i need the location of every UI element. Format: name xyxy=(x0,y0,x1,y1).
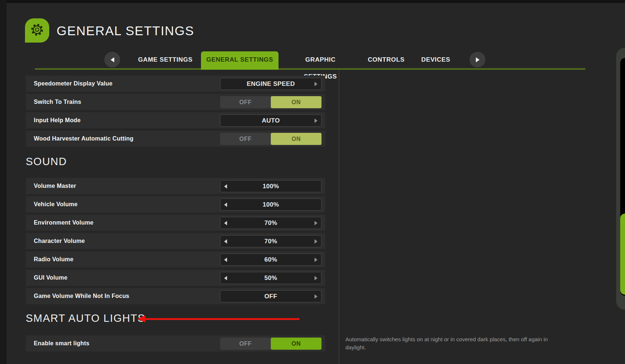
setting-label: Vehicle Volume xyxy=(34,201,78,208)
toggle-off-button[interactable]: OFF xyxy=(220,133,271,145)
game-volume-not-in-focus-select[interactable]: OFF xyxy=(220,290,322,302)
window-top-border xyxy=(0,0,625,3)
tab-controls[interactable]: CONTROLS xyxy=(364,51,408,68)
select-value: ENGINE SPEED xyxy=(247,80,295,88)
toggle-on-button[interactable]: ON xyxy=(271,133,322,145)
tabs-next-button[interactable] xyxy=(470,52,485,68)
setting-row-environment-volume: Environment Volume 70% xyxy=(26,215,325,231)
speedometer-display-value-select[interactable]: ENGINE SPEED xyxy=(220,78,322,90)
decrease-icon[interactable] xyxy=(224,221,227,225)
tab-game-settings[interactable]: GAME SETTINGS xyxy=(137,51,194,68)
decrease-icon[interactable] xyxy=(224,184,227,189)
setting-label: Enable smart lights xyxy=(34,340,89,347)
input-help-mode-select[interactable]: AUTO xyxy=(220,114,322,127)
setting-row-switch-to-trains: Switch To Trains OFF ON xyxy=(26,94,325,110)
tabs-prev-button[interactable] xyxy=(104,52,120,68)
stepper-value: 100% xyxy=(263,201,279,208)
setting-row-vehicle-volume: Vehicle Volume 100% xyxy=(26,196,325,212)
select-value: AUTO xyxy=(262,117,280,124)
panel-divider xyxy=(339,70,339,364)
increase-icon[interactable] xyxy=(315,239,317,244)
next-option-icon[interactable] xyxy=(315,82,317,86)
decrease-icon[interactable] xyxy=(224,276,227,280)
setting-label: GUI Volume xyxy=(34,274,68,281)
toggle-off-button[interactable]: OFF xyxy=(220,96,271,108)
settings-app-icon xyxy=(25,18,49,43)
increase-icon[interactable] xyxy=(315,276,317,280)
tab-devices[interactable]: DEVICES xyxy=(417,51,454,68)
setting-row-input-help-mode: Input Help Mode AUTO xyxy=(26,112,325,128)
section-header-smart-auto-lights: SMART AUTO LIGHTS xyxy=(26,312,145,324)
stepper-value: 60% xyxy=(265,256,277,263)
setting-label: Game Volume While Not In Focus xyxy=(34,293,129,299)
setting-row-radio-volume: Radio Volume 60% xyxy=(26,251,325,267)
toggle-off-button[interactable]: OFF xyxy=(220,338,271,350)
setting-row-enable-smart-lights: Enable smart lights OFF ON xyxy=(26,335,325,352)
environment-volume-stepper[interactable]: 70% xyxy=(220,217,322,229)
chevron-left-icon xyxy=(111,57,114,62)
stepper-value: 70% xyxy=(265,238,277,245)
switch-to-trains-toggle: OFF ON xyxy=(220,96,322,108)
increase-icon[interactable] xyxy=(315,258,317,262)
setting-label: Switch To Trains xyxy=(34,99,81,105)
setting-label: Speedometer Display Value xyxy=(34,80,112,87)
setting-label: Radio Volume xyxy=(34,256,73,263)
tab-underline-active-segment xyxy=(201,68,279,70)
decrease-icon[interactable] xyxy=(224,203,227,207)
tab-graphic-settings[interactable]: GRAPHIC SETTINGS xyxy=(289,51,352,68)
select-value: OFF xyxy=(265,293,277,300)
stepper-value: 50% xyxy=(265,274,277,282)
setting-label: Wood Harvester Automatic Cutting xyxy=(34,135,133,142)
radio-volume-stepper[interactable]: 60% xyxy=(220,254,322,266)
character-volume-stepper[interactable]: 70% xyxy=(220,235,322,247)
wood-harvester-toggle: OFF ON xyxy=(220,133,322,145)
setting-row-wood-harvester-automatic-cutting: Wood Harvester Automatic Cutting OFF ON xyxy=(26,131,325,147)
stepper-value: 100% xyxy=(263,183,279,190)
setting-description-text: Automatically switches lights on at nigh… xyxy=(345,335,551,352)
setting-label: Volume Master xyxy=(34,183,76,189)
increase-icon[interactable] xyxy=(315,221,317,225)
setting-row-speedometer-display-value: Speedometer Display Value ENGINE SPEED xyxy=(26,76,325,92)
setting-label: Input Help Mode xyxy=(34,117,80,124)
vehicle-volume-stepper[interactable]: 100% xyxy=(220,199,322,211)
volume-master-stepper[interactable]: 100% xyxy=(220,180,322,192)
next-option-icon[interactable] xyxy=(315,119,317,123)
setting-row-character-volume: Character Volume 70% xyxy=(26,233,325,249)
annotation-arrow-line xyxy=(145,318,299,320)
tab-underline xyxy=(35,68,585,70)
setting-label: Environment Volume xyxy=(34,219,93,226)
scrollbar-thumb[interactable] xyxy=(620,214,625,295)
next-option-icon[interactable] xyxy=(315,294,317,299)
setting-row-gui-volume: GUI Volume 50% xyxy=(26,270,325,286)
setting-row-volume-master: Volume Master 100% xyxy=(26,178,325,194)
section-header-sound: SOUND xyxy=(26,156,67,168)
gear-icon xyxy=(29,22,45,39)
page-title: GENERAL SETTINGS xyxy=(57,22,194,40)
annotation-arrow-head-icon xyxy=(137,315,146,323)
tab-general-settings[interactable]: GENERAL SETTINGS xyxy=(201,51,279,68)
setting-row-game-volume-not-in-focus: Game Volume While Not In Focus OFF xyxy=(26,288,325,304)
decrease-icon[interactable] xyxy=(224,239,227,244)
toggle-on-button[interactable]: ON xyxy=(271,96,322,108)
stepper-value: 70% xyxy=(265,219,277,227)
setting-label: Character Volume xyxy=(34,238,85,244)
toggle-on-button[interactable]: ON xyxy=(271,338,322,350)
window-left-border xyxy=(0,0,7,364)
enable-smart-lights-toggle: OFF ON xyxy=(220,338,322,350)
decrease-icon[interactable] xyxy=(224,258,227,262)
gui-volume-stepper[interactable]: 50% xyxy=(220,272,322,284)
chevron-right-icon xyxy=(476,57,479,62)
